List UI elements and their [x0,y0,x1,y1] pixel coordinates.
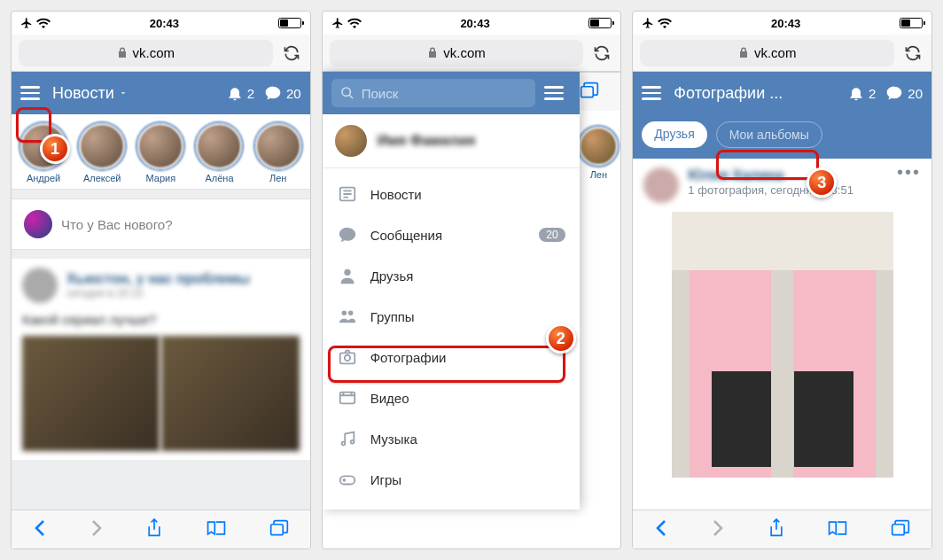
menu-button[interactable] [20,84,43,102]
svg-rect-13 [892,524,905,534]
refresh-icon [283,44,300,62]
page-title[interactable]: Новости [52,84,217,103]
tabs-button[interactable] [580,82,599,103]
menu-close-button[interactable] [535,84,571,102]
news-icon [337,183,358,205]
status-bar: 20:43 [323,12,621,35]
refresh-button[interactable] [901,44,924,62]
photo-thumbnail[interactable] [672,212,893,478]
menu-item-news[interactable]: Новости [323,174,580,214]
svg-point-1 [342,88,350,96]
screenshot-1: 20:43 vk.com Новости 2 20 Андрей Алексей [11,11,311,549]
refresh-icon [593,44,611,62]
profile-row[interactable]: Имя Фамилия [323,114,580,168]
story-item[interactable]: Алексей [77,123,127,183]
back-button[interactable] [654,519,668,541]
tabs-button[interactable] [269,519,289,541]
safari-toolbar [12,509,310,548]
search-icon [340,86,355,100]
bookmarks-button[interactable] [827,519,848,541]
messages-count-badge: 20 [539,228,565,242]
vk-header: Фотографии ... 2 20 [633,72,931,114]
menu-button[interactable] [642,84,665,102]
messages-button[interactable]: 20 [263,84,301,102]
tabs-button[interactable] [891,519,910,541]
battery-icon [278,18,301,28]
svg-point-5 [348,311,354,316]
screenshot-2: 20:43 vk.com Лен Поиск [322,11,622,549]
messages-button[interactable]: 20 [885,84,923,102]
svg-point-7 [344,355,349,361]
status-bar: 20:43 [12,12,310,35]
lock-icon [117,47,128,59]
menu-item-games[interactable]: Игры [323,459,580,500]
svg-point-4 [341,311,347,316]
menu-item-messages[interactable]: Сообщения 20 [323,214,580,255]
chat-icon [337,224,358,245]
feed-content: Андрей Алексей Мария Алёна Лен Что у Вас… [12,114,310,509]
bell-icon [847,84,865,102]
story-item[interactable]: Алёна [194,123,244,183]
url-field[interactable]: vk.com [330,40,584,66]
notifications-button[interactable]: 2 [847,84,876,102]
tab-my-albums[interactable]: Мои альбомы [716,121,822,148]
svg-point-3 [344,269,350,276]
composer[interactable]: Что у Вас нового? [12,198,310,250]
side-menu: Поиск Имя Фамилия Новости Сообщения 20 Д… [323,72,580,509]
feed-post[interactable]: Хьюстон, у нас проблемы сегодня в 20:15 … [12,259,310,460]
lock-icon [738,47,749,59]
post-images[interactable] [22,336,300,451]
more-button[interactable]: ••• [897,167,921,176]
photos-content: Юлия Халина 1 фотография, сегодня в 18:5… [633,159,931,509]
tab-friends[interactable]: Друзья [642,121,706,148]
stories-row[interactable]: Андрей Алексей Мария Алёна Лен [12,114,310,190]
gamepad-icon [337,469,358,490]
menu-item-photos[interactable]: Фотографии [323,337,580,377]
back-button[interactable] [33,519,47,541]
screenshot-3: 20:43 vk.com Фотографии ... 2 20 Друзья … [632,11,932,549]
share-button[interactable] [145,517,163,542]
chat-icon [263,84,283,102]
svg-rect-8 [339,393,355,404]
menu-item-friends[interactable]: Друзья [323,255,580,296]
lock-icon [427,47,438,59]
post-text: Какой сериал лучше? [22,312,300,327]
photo-meta: 1 фотография, сегодня в 18:51 [688,183,888,197]
status-time: 20:43 [771,17,800,30]
story-item[interactable]: Мария [136,123,185,183]
url-field[interactable]: vk.com [19,40,273,66]
notifications-button[interactable]: 2 [226,84,254,102]
chat-icon [885,84,904,102]
video-icon [337,387,358,408]
wifi-icon [36,18,51,28]
refresh-button[interactable] [590,44,613,62]
svg-rect-11 [339,476,355,484]
safari-toolbar [633,509,931,548]
camera-icon [337,346,358,368]
bookmarks-button[interactable] [206,519,227,541]
forward-button[interactable] [90,519,104,541]
refresh-icon [904,44,922,62]
share-button[interactable] [768,517,785,542]
chevron-down-icon [118,88,129,98]
refresh-button[interactable] [280,44,303,62]
page-title: Фотографии ... [674,84,838,103]
music-icon [337,428,358,449]
photo-tabs: Друзья Мои альбомы [633,114,931,159]
status-time: 20:43 [150,17,179,30]
safari-url-bar: vk.com [12,35,310,72]
menu-item-groups[interactable]: Группы [323,296,580,337]
story-item[interactable]: Лен [253,123,303,183]
url-field[interactable]: vk.com [640,40,894,66]
search-input[interactable]: Поиск [331,79,535,107]
photo-post-header[interactable]: Юлия Халина 1 фотография, сегодня в 18:5… [643,167,921,203]
menu-item-video[interactable]: Видео [323,377,580,418]
story-item[interactable]: Андрей [19,123,68,183]
group-icon [337,306,358,327]
forward-button[interactable] [711,519,725,541]
story-item[interactable] [579,127,618,166]
menu-item-music[interactable]: Музыка [323,418,580,459]
photo-author: Юлия Халина [688,167,888,183]
airplane-icon [20,17,33,29]
svg-rect-0 [270,524,283,534]
